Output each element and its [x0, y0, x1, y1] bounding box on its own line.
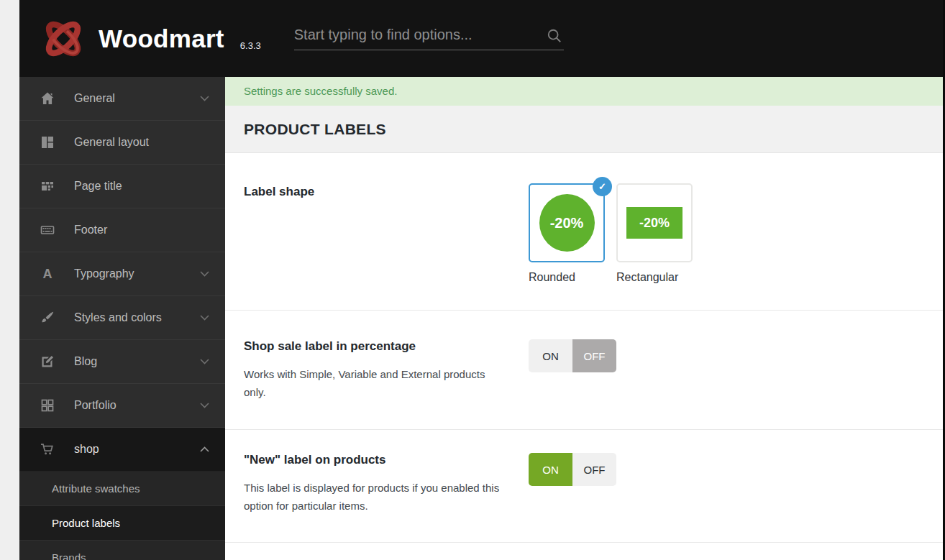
- badge-text: -20%: [639, 216, 670, 231]
- toggle-off-option[interactable]: OFF: [572, 339, 616, 372]
- blog-icon: [40, 354, 55, 369]
- search-icon[interactable]: [547, 28, 562, 44]
- sidebar-item-general[interactable]: General: [19, 77, 225, 121]
- typography-icon: A: [40, 266, 55, 282]
- brush-icon: [40, 310, 55, 326]
- sidebar-item-label: Styles and colors: [74, 311, 162, 324]
- search-input[interactable]: [294, 27, 531, 43]
- sidebar-item-label: shop: [74, 443, 99, 456]
- label-shape-option-rounded[interactable]: ✓ -20%: [529, 183, 605, 262]
- home-icon: [40, 91, 55, 106]
- sidebar: General General layout Page title Footer…: [19, 77, 225, 560]
- chevron-down-icon: [200, 271, 209, 277]
- setting-description: Works with Simple, Variable and External…: [244, 366, 508, 402]
- sidebar-subitem-label: Product labels: [52, 517, 120, 529]
- selected-check-icon: ✓: [593, 177, 612, 196]
- setting-row-new-label: "New" label on products This label is di…: [225, 430, 945, 543]
- options-search: [294, 27, 564, 50]
- sidebar-item-typography[interactable]: A Typography: [19, 252, 225, 296]
- setting-row-label-shape: Label shape ✓ -20% -20% Rounded Rectang: [225, 153, 945, 311]
- success-notice: Settings are successfully saved.: [225, 77, 945, 106]
- sidebar-subitem-attribute-swatches[interactable]: Attribute swatches: [19, 472, 225, 506]
- setting-label: Label shape: [244, 185, 529, 199]
- rounded-label-preview: -20%: [539, 194, 595, 252]
- sidebar-item-label: Page title: [74, 180, 122, 193]
- page-title: PRODUCT LABELS: [225, 106, 945, 153]
- toggle-off-option[interactable]: OFF: [572, 453, 616, 486]
- option-caption-rectangular: Rectangular: [616, 271, 704, 284]
- sidebar-item-label: Footer: [74, 224, 107, 237]
- badge-text: -20%: [550, 215, 584, 231]
- topbar: Woodmart 6.3.3: [19, 0, 945, 77]
- sidebar-item-shop[interactable]: shop: [19, 428, 225, 472]
- admin-left-margin: [0, 0, 19, 560]
- chevron-up-icon: [200, 446, 209, 452]
- main-content: Settings are successfully saved. PRODUCT…: [225, 77, 945, 560]
- toggle-sale-percentage[interactable]: ON OFF: [529, 339, 616, 372]
- chevron-down-icon: [200, 403, 209, 408]
- sidebar-item-footer[interactable]: Footer: [19, 208, 225, 252]
- chevron-down-icon: [200, 359, 209, 364]
- toggle-on-option[interactable]: ON: [529, 453, 572, 486]
- sidebar-item-label: General: [74, 92, 115, 105]
- toggle-on-option[interactable]: ON: [529, 339, 572, 372]
- page-title-icon: [40, 178, 55, 194]
- sidebar-item-page-title[interactable]: Page title: [19, 165, 225, 208]
- sidebar-item-styles-and-colors[interactable]: Styles and colors: [19, 296, 225, 340]
- rectangular-label-preview: -20%: [626, 207, 682, 239]
- portfolio-grid-icon: [40, 398, 55, 413]
- setting-description: This label is displayed for products if …: [244, 479, 508, 515]
- footer-icon: [40, 222, 55, 238]
- sidebar-item-label: Typography: [74, 267, 134, 280]
- option-caption-rounded: Rounded: [529, 271, 616, 284]
- setting-label: "New" label on products: [244, 453, 529, 467]
- sidebar-subitem-brands[interactable]: Brands: [19, 541, 225, 560]
- chevron-down-icon: [200, 315, 209, 321]
- sidebar-subitem-label: Brands: [52, 551, 86, 560]
- sidebar-subitem-product-labels[interactable]: Product labels: [19, 506, 225, 541]
- sidebar-item-label: Blog: [74, 355, 97, 368]
- sidebar-item-label: Portfolio: [74, 399, 117, 412]
- sidebar-item-label: General layout: [74, 136, 149, 149]
- woodmart-logo-icon: [40, 15, 87, 63]
- setting-row-sale-percentage: Shop sale label in percentage Works with…: [225, 311, 945, 430]
- brand-title: Woodmart: [99, 24, 224, 53]
- cart-icon: [40, 441, 55, 457]
- svg-text:A: A: [43, 267, 52, 281]
- sidebar-item-blog[interactable]: Blog: [19, 340, 225, 384]
- version-badge: 6.3.3: [240, 26, 261, 51]
- setting-label: Shop sale label in percentage: [244, 339, 529, 354]
- label-shape-option-rectangular[interactable]: -20%: [616, 183, 693, 262]
- toggle-new-label[interactable]: ON OFF: [529, 453, 616, 486]
- sidebar-item-general-layout[interactable]: General layout: [19, 121, 225, 165]
- sidebar-subitem-label: Attribute swatches: [52, 482, 140, 495]
- sidebar-item-portfolio[interactable]: Portfolio: [19, 384, 225, 428]
- chevron-down-icon: [200, 96, 209, 101]
- layout-icon: [40, 134, 55, 150]
